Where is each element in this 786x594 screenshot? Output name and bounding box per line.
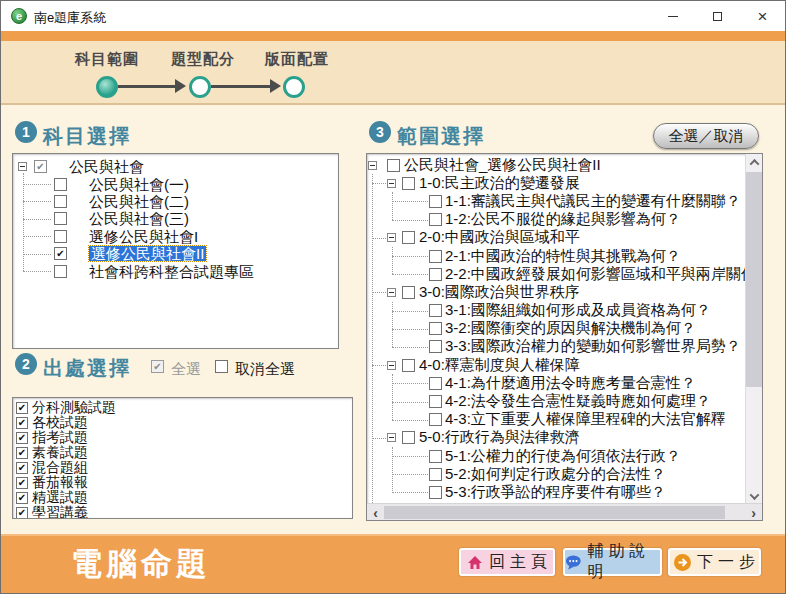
scope-topic-label: 4-1:為什麼適用法令時應考量合憲性？ — [445, 374, 696, 393]
collapse-icon[interactable] — [387, 233, 396, 242]
collapse-icon[interactable] — [18, 162, 27, 171]
subject-tree-item[interactable]: 公民與社會(一) — [13, 175, 338, 192]
next-button[interactable]: 下一步 — [668, 548, 761, 576]
toggle-select-all-button[interactable]: 全選／取消 — [653, 123, 759, 149]
scope-topic-label: 3-2:國際衝突的原因與解決機制為何？ — [445, 319, 696, 338]
scope-topic-label: 3-3:國際政治權力的變動如何影響世界局勢？ — [445, 337, 741, 356]
scope-topic-item[interactable]: 1-1:審議民主與代議民主的變遷有什麼關聯？ — [367, 192, 746, 210]
checkbox-checked[interactable] — [16, 402, 28, 414]
checkbox[interactable] — [54, 195, 67, 208]
checkbox[interactable] — [402, 359, 415, 372]
checkbox[interactable] — [429, 395, 442, 408]
scope-topic-item[interactable]: 4-2:法令發生合憲性疑義時應如何處理？ — [367, 392, 746, 410]
collapse-icon[interactable] — [387, 433, 396, 442]
checkbox[interactable] — [429, 195, 442, 208]
source-item[interactable]: 學習講義 — [13, 505, 352, 519]
checkbox-checked[interactable] — [16, 462, 28, 474]
checkbox[interactable] — [54, 178, 67, 191]
checkbox-checked[interactable] — [16, 507, 28, 519]
checkbox[interactable] — [429, 268, 442, 281]
checkbox[interactable] — [429, 450, 442, 463]
subject-tree-panel: 公民與社會 公民與社會(一) 公民與社會(二) 公民與社會(三) 選修公民與社會… — [12, 153, 339, 349]
checkbox[interactable] — [429, 413, 442, 426]
checkbox[interactable] — [429, 340, 442, 353]
checkbox[interactable] — [429, 377, 442, 390]
scope-topic-item[interactable]: 5-2:如何判定行政處分的合法性？ — [367, 465, 746, 483]
checkbox[interactable] — [54, 212, 67, 225]
checkbox-partial[interactable] — [34, 160, 47, 173]
scope-topic-item[interactable]: 3-2:國際衝突的原因與解決機制為何？ — [367, 320, 746, 338]
scope-topic-item[interactable]: 4-1:為什麼適用法令時應考量合憲性？ — [367, 374, 746, 392]
subject-tree-item[interactable]: 公民與社會(二) — [13, 193, 338, 210]
checkbox[interactable] — [54, 230, 67, 243]
deselect-all-checkbox[interactable] — [215, 360, 228, 373]
checkbox[interactable] — [429, 213, 442, 226]
maximize-button[interactable] — [695, 1, 740, 31]
scope-chapter-item[interactable]: 1-0:民主政治的變遷發展 — [367, 174, 746, 192]
checkbox-checked[interactable] — [16, 477, 28, 489]
checkbox[interactable] — [429, 250, 442, 263]
scope-topic-item[interactable]: 2-2:中國政經發展如何影響區域和平與兩岸關係？ — [367, 265, 746, 283]
checkbox[interactable] — [402, 286, 415, 299]
vertical-scrollbar-thumb[interactable] — [746, 172, 762, 387]
checkbox[interactable] — [429, 468, 442, 481]
subject-item-label: 公民與社會(二) — [89, 194, 189, 209]
scroll-right-button[interactable]: › — [745, 504, 762, 521]
step-circle-1-active — [96, 76, 118, 98]
scope-topic-item[interactable]: 3-1:國際組織如何形成及成員資格為何？ — [367, 302, 746, 320]
collapse-icon[interactable] — [368, 161, 377, 170]
scope-topic-item[interactable]: 2-1:中國政治的特性與其挑戰為何？ — [367, 247, 746, 265]
subject-item-label: 社會科跨科整合試題專區 — [89, 264, 254, 279]
vertical-scrollbar[interactable] — [745, 154, 762, 505]
home-button[interactable]: 回主頁 — [459, 548, 555, 576]
checkbox[interactable] — [402, 231, 415, 244]
subject-tree-item-selected[interactable]: 選修公民與社會II — [13, 245, 338, 262]
scope-topic-label: 2-2:中國政經發展如何影響區域和平與兩岸關係？ — [445, 265, 746, 284]
checkbox-checked[interactable] — [16, 447, 28, 459]
scope-chapter-item[interactable]: 4-0:釋憲制度與人權保障 — [367, 356, 746, 374]
titlebar: e 南e題庫系統 × — [1, 1, 785, 31]
source-list-panel: 分科測驗試題 各校試題 指考試題 素養試題 混合題組 番茄報報 精選試題 學習講… — [12, 397, 353, 519]
collapse-icon[interactable] — [387, 288, 396, 297]
checkbox[interactable] — [402, 177, 415, 190]
checkbox-checked[interactable] — [16, 417, 28, 429]
checkbox[interactable] — [429, 304, 442, 317]
subject-tree-item[interactable]: 公民與社會(三) — [13, 210, 338, 227]
scope-topic-item[interactable]: 1-2:公民不服從的緣起與影響為何？ — [367, 211, 746, 229]
help-button[interactable]: 輔助說明 — [563, 548, 662, 576]
horizontal-scrollbar[interactable]: ‹ › — [367, 503, 762, 520]
minimize-button[interactable] — [650, 1, 695, 31]
checkbox[interactable] — [387, 159, 400, 172]
checkbox[interactable] — [429, 486, 442, 499]
subject-tree-root[interactable]: 公民與社會 — [13, 158, 338, 175]
subject-tree-item[interactable]: 社會科跨科整合試題專區 — [13, 262, 338, 279]
select-all-checkbox[interactable] — [151, 360, 164, 373]
scope-topic-item[interactable]: 3-3:國際政治權力的變動如何影響世界局勢？ — [367, 338, 746, 356]
checkbox[interactable] — [429, 322, 442, 335]
collapse-icon[interactable] — [387, 179, 396, 188]
checkbox-checked[interactable] — [16, 492, 28, 504]
scope-topic-item[interactable]: 4-3:立下重要人權保障里程碑的大法官解釋 — [367, 411, 746, 429]
scroll-up-button[interactable] — [746, 154, 762, 171]
checkbox-checked[interactable] — [54, 247, 67, 260]
horizontal-scrollbar-thumb[interactable] — [384, 506, 725, 519]
step-label-layout: 版面配置 — [255, 50, 339, 69]
scope-root-item[interactable]: 公民與社會_選修公民與社會II — [367, 156, 746, 174]
collapse-icon[interactable] — [387, 361, 396, 370]
scope-topic-item[interactable]: 5-3:行政爭訟的程序要件有哪些？ — [367, 483, 746, 501]
scope-chapter-label: 1-0:民主政治的變遷發展 — [419, 174, 580, 193]
scope-tree-panel: 公民與社會_選修公民與社會II 1-0:民主政治的變遷發展 1-1:審議民主與代… — [366, 153, 763, 521]
scroll-left-button[interactable]: ‹ — [367, 504, 384, 521]
subject-tree-item[interactable]: 選修公民與社會I — [13, 228, 338, 245]
close-button[interactable]: × — [740, 1, 785, 31]
scope-chapter-item[interactable]: 3-0:國際政治與世界秩序 — [367, 283, 746, 301]
scope-topic-item[interactable]: 5-1:公權力的行使為何須依法行政？ — [367, 447, 746, 465]
scope-chapter-item[interactable]: 5-0:行政行為與法律救濟 — [367, 429, 746, 447]
checkbox[interactable] — [54, 265, 67, 278]
scope-topic-label: 1-1:審議民主與代議民主的變遷有什麼關聯？ — [445, 192, 741, 211]
section-3-title: 範圍選擇 — [397, 123, 485, 150]
checkbox-checked[interactable] — [16, 432, 28, 444]
maximize-icon — [713, 12, 722, 21]
scope-chapter-item[interactable]: 2-0:中國政治與區域和平 — [367, 229, 746, 247]
checkbox[interactable] — [402, 431, 415, 444]
